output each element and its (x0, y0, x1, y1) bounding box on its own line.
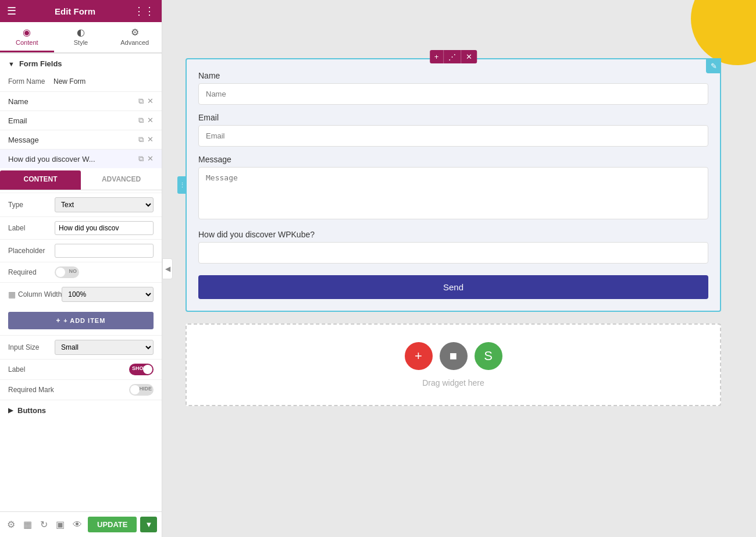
column-width-icon: ▦ (8, 290, 16, 299)
form-fields-label: Form Fields (19, 59, 62, 68)
required-toggle-knob (56, 268, 65, 277)
tab-content[interactable]: ◉ Content (0, 22, 54, 52)
required-row: Required NO (0, 262, 162, 282)
history-icon[interactable]: ↻ (38, 517, 50, 532)
delete-message-icon[interactable]: ✕ (147, 135, 154, 144)
panel-content: ▼ Form Fields Form Name New Form Name ⧉ … (0, 54, 162, 511)
label-toggle-track[interactable]: SHOW (129, 364, 154, 375)
copy-email-icon[interactable]: ⧉ (138, 116, 144, 125)
yellow-decoration (691, 0, 756, 65)
required-toggle-track[interactable]: NO (55, 266, 79, 278)
drag-widget-area: + ■ S Drag widget here (186, 323, 721, 406)
edit-widget-button[interactable]: ✎ (706, 58, 721, 73)
preview-message-label: Message (198, 155, 708, 164)
sub-tab-advanced[interactable]: ADVANCED (81, 170, 162, 190)
add-circle-icon[interactable]: + (405, 342, 433, 370)
buttons-section[interactable]: ▶ Buttons (0, 400, 162, 421)
panel-bottom: ⚙ ▦ ↻ ▣ 👁 UPDATE ▼ (0, 511, 162, 537)
preview-how-input[interactable] (198, 242, 708, 264)
field-name-actions: ⧉ ✕ (138, 97, 154, 106)
input-size-label: Input Size (8, 343, 55, 351)
column-width-label: ▦ Column Width (8, 290, 62, 299)
show-label: SHOW (132, 365, 148, 371)
copy-name-icon[interactable]: ⧉ (138, 97, 144, 106)
input-size-row: Input Size Small Medium Large (0, 335, 162, 359)
panel-title: Edit Form (55, 6, 95, 16)
required-toggle[interactable]: NO (55, 266, 79, 278)
form-fields-arrow: ▼ (8, 61, 15, 67)
copy-how-icon[interactable]: ⧉ (138, 154, 144, 163)
field-name-label: Name (8, 97, 138, 106)
style-tab-icon: ◐ (77, 27, 85, 38)
add-item-icon: + (56, 316, 61, 325)
type-select[interactable]: Text Email Textarea Number URL (55, 197, 154, 212)
field-how-label: How did you discover W... (8, 155, 138, 163)
field-email-label: Email (8, 116, 138, 125)
placeholder-row: Placeholder (0, 239, 162, 262)
label-input[interactable] (55, 221, 154, 235)
field-item-how: How did you discover W... ⧉ ✕ (0, 149, 162, 168)
content-tab-icon: ◉ (23, 27, 31, 38)
panel-header: ☰ Edit Form ⋮⋮ (0, 0, 162, 22)
form-name-value: New Form (54, 77, 85, 86)
label-config-row: Label (0, 216, 162, 239)
form-name-row: Form Name New Form (0, 74, 162, 91)
close-widget-btn[interactable]: ✕ (461, 50, 477, 63)
folder-circle-icon[interactable]: ■ (440, 342, 468, 370)
input-size-select[interactable]: Small Medium Large (55, 340, 154, 355)
move-widget-btn[interactable]: ⋰ (444, 50, 461, 63)
gear-bottom-icon[interactable]: ⚙ (5, 517, 17, 532)
form-name-label: Form Name (8, 77, 49, 86)
add-widget-btn[interactable]: + (430, 50, 444, 63)
send-button[interactable]: Send (198, 275, 708, 299)
eye-icon[interactable]: 👁 (70, 517, 84, 532)
menu-icon[interactable]: ☰ (7, 5, 16, 17)
preview-name-label: Name (198, 71, 708, 80)
delete-name-icon[interactable]: ✕ (147, 97, 154, 106)
required-toggle-no: NO (69, 268, 77, 274)
add-item-button[interactable]: + + ADD ITEM (8, 312, 154, 329)
required-label: Required (8, 268, 55, 276)
preview-how-field: How did you discover WPKube? (198, 230, 708, 264)
column-width-row: ▦ Column Width 100% 50% 33% 25% (0, 282, 162, 306)
add-item-label: + ADD ITEM (63, 317, 105, 324)
collapse-panel-button[interactable]: ◀ (162, 258, 173, 279)
delete-email-icon[interactable]: ✕ (147, 116, 154, 125)
preview-name-input[interactable] (198, 83, 708, 105)
label-toggle-row: Label SHOW (0, 359, 162, 379)
drag-handle[interactable]: ⋮ (177, 176, 187, 194)
tab-style[interactable]: ◐ Style (54, 22, 108, 52)
label-toggle[interactable]: SHOW (129, 364, 154, 375)
required-mark-toggle-track[interactable]: HIDE (129, 384, 154, 396)
advanced-tab-icon: ⚙ (131, 27, 139, 38)
preview-email-label: Email (198, 113, 708, 122)
tab-advanced[interactable]: ⚙ Advanced (108, 22, 162, 52)
grid-icon[interactable]: ⋮⋮ (134, 5, 155, 17)
delete-how-icon[interactable]: ✕ (147, 154, 154, 163)
tab-style-label: Style (74, 39, 88, 46)
column-width-select[interactable]: 100% 50% 33% 25% (62, 287, 154, 302)
drag-icons: + ■ S (405, 342, 502, 370)
label-toggle-label: Label (8, 365, 25, 374)
layers-icon[interactable]: ▦ (21, 517, 34, 532)
copy-message-icon[interactable]: ⧉ (138, 135, 144, 144)
s-circle-icon[interactable]: S (475, 342, 502, 370)
tab-content-label: Content (16, 39, 38, 46)
hide-label: HIDE (139, 386, 152, 392)
field-item-name: Name ⧉ ✕ (0, 91, 162, 111)
required-mark-label: Required Mark (8, 386, 54, 394)
update-button[interactable]: UPDATE (88, 517, 137, 532)
placeholder-input[interactable] (55, 244, 154, 258)
required-mark-toggle[interactable]: HIDE (129, 384, 154, 396)
field-item-message: Message ⧉ ✕ (0, 130, 162, 149)
form-fields-section[interactable]: ▼ Form Fields (0, 54, 162, 74)
preview-message-textarea[interactable] (198, 167, 708, 219)
preview-email-input[interactable] (198, 125, 708, 147)
responsive-icon[interactable]: ▣ (54, 517, 67, 532)
update-arrow-button[interactable]: ▼ (140, 517, 157, 532)
field-item-email: Email ⧉ ✕ (0, 111, 162, 130)
sub-tab-content[interactable]: CONTENT (0, 170, 81, 190)
placeholder-label: Placeholder (8, 247, 55, 255)
widget-toolbar: + ⋰ ✕ (430, 50, 477, 63)
left-panel: ☰ Edit Form ⋮⋮ ◉ Content ◐ Style ⚙ Advan… (0, 0, 162, 537)
